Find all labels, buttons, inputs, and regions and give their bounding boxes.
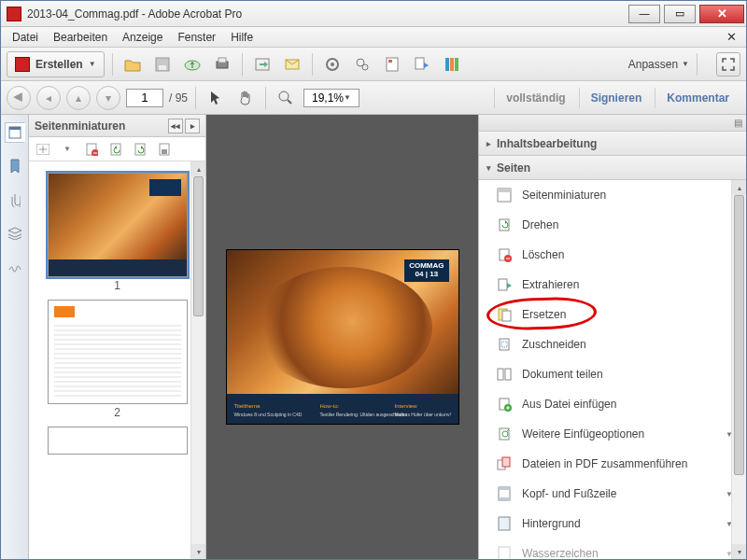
scroll-down-icon[interactable]: ▾ (191, 544, 205, 559)
thumbnails-tab[interactable] (5, 122, 25, 143)
fullscreen-button[interactable] (716, 52, 740, 77)
tool-split[interactable]: Dokument teilen (479, 359, 746, 389)
stamp-button[interactable] (350, 52, 374, 77)
svg-rect-20 (9, 127, 21, 130)
menu-file[interactable]: Datei (5, 29, 46, 46)
chevron-down-icon: ▼ (89, 60, 96, 68)
page-up-button[interactable]: ▴ (66, 86, 91, 110)
page-prev-button[interactable]: ◂ (36, 86, 61, 110)
zoom-button[interactable] (274, 86, 298, 110)
open-button[interactable] (120, 52, 145, 77)
scroll-up-icon[interactable]: ▴ (191, 161, 205, 176)
tool-thumbnails[interactable]: Seitenminiaturen (479, 180, 746, 210)
section-content-editing[interactable]: ▸ Inhaltsbearbeitung (479, 132, 746, 156)
thumbnail-page-2[interactable] (48, 300, 188, 404)
tool-background[interactable]: Hintergrund ▼ (479, 509, 746, 539)
customize-button[interactable]: Anpassen ▼ (628, 58, 689, 71)
section-pages[interactable]: ▾ Seiten (479, 156, 746, 180)
tool-replace[interactable]: Ersetzen (479, 300, 746, 329)
color-button[interactable] (440, 52, 464, 77)
tool-header-footer[interactable]: Kopf- und Fußzeile ▼ (479, 479, 746, 509)
collapse-icon: ▸ (486, 139, 491, 148)
crop-icon (496, 336, 513, 353)
zoom-input[interactable]: ▼ (303, 89, 359, 107)
thumb-options-icon[interactable] (35, 141, 51, 158)
window-title: 2013-04_Commag.pdf - Adobe Acrobat Pro (27, 7, 627, 21)
tool-delete[interactable]: Löschen (479, 240, 746, 270)
cloud-button[interactable] (180, 52, 204, 77)
share-button[interactable] (250, 52, 275, 77)
thumbnail-page-1[interactable] (48, 173, 188, 277)
export-button[interactable] (410, 52, 434, 77)
create-button[interactable]: Erstellen ▼ (7, 51, 105, 77)
svg-rect-49 (499, 547, 510, 559)
hand-tool-button[interactable] (233, 86, 258, 110)
layers-tab[interactable] (5, 223, 25, 244)
form-button[interactable] (380, 52, 404, 77)
svg-rect-29 (498, 189, 511, 192)
scroll-handle[interactable] (193, 176, 204, 316)
comment-link[interactable]: Kommentar (655, 88, 740, 108)
maximize-button[interactable]: ▭ (664, 5, 696, 23)
more-insert-icon (496, 426, 513, 442)
thumb-insert-icon[interactable] (156, 141, 173, 158)
thumbnail-page-3[interactable] (48, 427, 188, 455)
menu-help[interactable]: Hilfe (223, 29, 261, 46)
thumb-rotate-cw-icon[interactable] (132, 141, 148, 158)
document-canvas[interactable]: COMMAG 04 | 13 Titelthema How-to: Interv… (206, 115, 478, 559)
tools-panel: ▤ ▸ Inhaltsbearbeitung ▾ Seiten Seitenmi… (478, 115, 746, 559)
menu-view[interactable]: Anzeige (115, 29, 170, 46)
replace-icon (496, 306, 513, 323)
thumbnail-label: 2 (33, 406, 202, 419)
tool-combine[interactable]: Dateien in PDF zusammenführen (479, 449, 746, 479)
combine-icon (496, 455, 513, 472)
page-number-input[interactable] (126, 89, 163, 107)
thumb-nav-next[interactable]: ▸ (185, 119, 200, 133)
tool-more-insert[interactable]: Weitere Einfügeoptionen ▼ (479, 419, 746, 449)
tool-watermark[interactable]: Wasserzeichen ▼ (479, 539, 746, 559)
scroll-down-icon[interactable]: ▾ (732, 544, 746, 559)
scroll-up-icon[interactable]: ▴ (732, 180, 746, 195)
thumbnails-scrollbar[interactable]: ▴ ▾ (190, 161, 205, 559)
tools-panel-menu-icon[interactable]: ▤ (479, 115, 746, 132)
attachments-tab[interactable] (5, 189, 25, 210)
thumb-rotate-ccw-icon[interactable] (107, 141, 124, 158)
tools-link[interactable]: vollständig (494, 88, 576, 108)
svg-point-10 (362, 64, 368, 70)
svg-line-18 (288, 100, 291, 104)
bookmarks-tab[interactable] (5, 156, 25, 176)
scroll-handle[interactable] (734, 195, 744, 475)
pdf-icon (15, 57, 30, 72)
thumb-nav-prev[interactable]: ◂◂ (168, 119, 183, 133)
settings-button[interactable] (320, 52, 345, 77)
tool-insert-from-file[interactable]: Aus Datei einfügen (479, 389, 746, 419)
customize-label: Anpassen (628, 58, 678, 71)
cover-badge: COMMAG 04 | 13 (404, 259, 448, 282)
tool-crop[interactable]: Zuschneiden (479, 329, 746, 359)
print-button[interactable] (210, 52, 234, 77)
minimize-button[interactable]: — (628, 5, 660, 23)
svg-point-8 (331, 63, 334, 66)
page-down-button[interactable]: ▾ (96, 86, 120, 110)
chevron-down-icon: ▼ (344, 93, 351, 102)
close-button[interactable]: ✕ (699, 5, 744, 23)
tool-rotate[interactable]: Drehen (479, 210, 746, 240)
menu-close-icon[interactable]: ✕ (721, 30, 742, 44)
page-first-button[interactable]: ⯇ (7, 86, 31, 110)
menu-window[interactable]: Fenster (170, 29, 223, 46)
tools-scrollbar[interactable]: ▴ ▾ (731, 180, 746, 559)
sign-link[interactable]: Signieren (579, 88, 654, 108)
menu-edit[interactable]: Bearbeiten (46, 29, 115, 46)
svg-rect-47 (499, 497, 510, 500)
email-button[interactable] (280, 52, 304, 77)
toolbar-main: Erstellen ▼ Anpassen ▼ (1, 48, 746, 81)
thumb-delete-icon[interactable] (83, 141, 100, 158)
create-label: Erstellen (35, 58, 83, 71)
tool-extract[interactable]: Extrahieren (479, 270, 746, 300)
app-icon (7, 7, 21, 21)
select-tool-button[interactable] (204, 86, 228, 110)
save-button[interactable] (150, 52, 175, 77)
nav-rail (1, 115, 29, 559)
svg-rect-12 (388, 60, 392, 63)
signatures-tab[interactable] (5, 257, 25, 277)
